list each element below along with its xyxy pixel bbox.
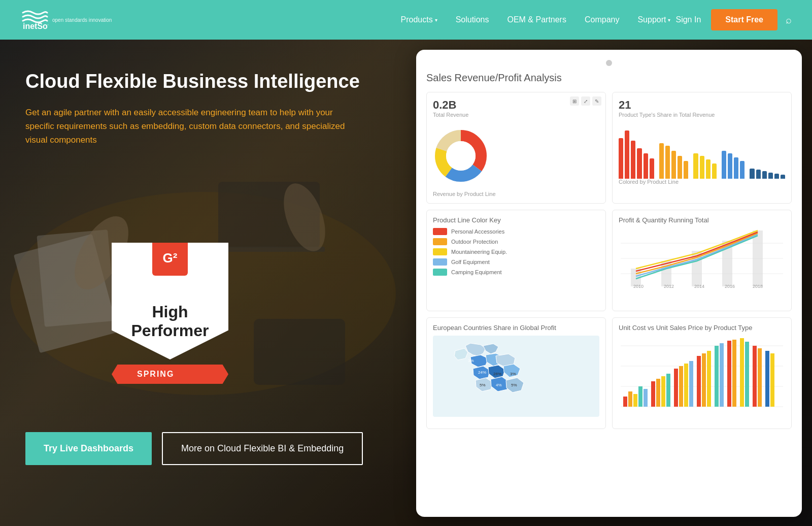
- svg-rect-54: [707, 351, 711, 407]
- color-key-item: Mountaineering Equip.: [433, 248, 599, 255]
- try-live-dashboards-button[interactable]: Try Live Dashboards: [25, 432, 152, 465]
- revenue-donut-card: ⊞ ⤢ ✎ 0.2B Total Revenue: [426, 92, 606, 204]
- svg-text:4%: 4%: [496, 383, 502, 387]
- svg-rect-50: [684, 364, 688, 407]
- unit-cost-title: Unit Cost vs Unit Sales Price by Product…: [619, 324, 785, 332]
- search-icon[interactable]: ⌕: [786, 14, 792, 26]
- svg-rect-22: [753, 231, 763, 286]
- column-chart-area: [619, 336, 785, 417]
- svg-text:3%: 3%: [510, 372, 516, 376]
- hero-buttons: Try Live Dashboards More on Cloud Flexib…: [25, 432, 363, 465]
- svg-rect-6: [254, 319, 345, 385]
- europe-map-area: 26% 24% 5% 4% 3% 5% 3%: [433, 336, 599, 417]
- middle-charts-row: Product Line Color Key Personal Accessor…: [426, 210, 792, 311]
- dashboard-panel: Sales Revenue/Profit Analysis ⊞ ⤢ ✎ 0.2B…: [416, 50, 802, 517]
- color-key-title: Product Line Color Key: [433, 216, 599, 224]
- top-charts-row: ⊞ ⤢ ✎ 0.2B Total Revenue: [426, 92, 792, 204]
- expand-icon[interactable]: ⊞: [570, 96, 579, 106]
- svg-text:inetSoft: inetSoft: [23, 22, 48, 30]
- product-share-card: 21 Product Type's Share in Total Revenue: [612, 92, 792, 204]
- color-key-card: Product Line Color Key Personal Accessor…: [426, 210, 606, 311]
- badge-high-text: High: [152, 303, 188, 321]
- color-swatch: [433, 248, 447, 255]
- nav-oem-partners[interactable]: OEM & Partners: [507, 15, 566, 24]
- europe-map-svg: 26% 24% 5% 4% 3% 5% 3%: [433, 336, 599, 417]
- bottom-charts-row: European Countries Share in Global Profi…: [426, 317, 792, 429]
- logo-tagline: open standards innovation: [52, 17, 112, 23]
- svg-rect-47: [666, 374, 670, 407]
- line-chart-area: 2010 2012 2014 2016 2018: [619, 228, 785, 289]
- svg-text:26%: 26%: [493, 372, 501, 376]
- svg-text:2018: 2018: [753, 284, 763, 289]
- svg-point-14: [446, 141, 476, 171]
- dashboard-title: Sales Revenue/Profit Analysis: [426, 72, 792, 84]
- total-revenue-label: Total Revenue: [433, 112, 599, 118]
- color-key-list: Personal Accessories Outdoor Protection …: [433, 228, 599, 276]
- svg-text:2010: 2010: [633, 284, 644, 289]
- color-key-item: Personal Accessories: [433, 228, 599, 235]
- running-total-title: Profit & Quantity Running Total: [619, 216, 785, 224]
- edit-icon[interactable]: ✎: [592, 96, 601, 106]
- svg-rect-59: [740, 338, 744, 407]
- main-nav: Products ▾ Solutions OEM & Partners Comp…: [401, 15, 671, 24]
- sign-in-link[interactable]: Sign In: [675, 15, 701, 24]
- logo-area: inetSoft open standards innovation: [20, 9, 112, 31]
- chevron-down-icon: ▾: [435, 17, 437, 23]
- bar-chart-mini: [619, 128, 785, 179]
- svg-rect-39: [623, 397, 627, 407]
- svg-rect-58: [732, 340, 736, 407]
- color-key-label: Golf Equipment: [451, 259, 490, 265]
- color-swatch: [433, 258, 447, 266]
- nav-support[interactable]: Support ▾: [637, 15, 670, 24]
- europe-map-title: European Countries Share in Global Profi…: [433, 324, 599, 332]
- svg-text:2012: 2012: [664, 284, 674, 289]
- svg-rect-55: [715, 346, 719, 407]
- logo-text: open standards innovation: [52, 17, 112, 23]
- hero-section: Cloud Flexible Business Intelligence Get…: [0, 40, 812, 526]
- running-total-card: Profit & Quantity Running Total: [612, 210, 792, 311]
- svg-rect-43: [644, 389, 648, 407]
- hero-title: Cloud Flexible Business Intelligence: [25, 70, 370, 93]
- g2-badge-container: G² High Performer SPRING: [112, 243, 228, 380]
- svg-rect-48: [674, 369, 678, 407]
- svg-text:2016: 2016: [725, 284, 735, 289]
- svg-rect-60: [745, 342, 749, 407]
- color-swatch: [433, 269, 447, 276]
- fullscreen-icon[interactable]: ⤢: [581, 96, 590, 106]
- svg-rect-62: [758, 348, 762, 407]
- svg-text:2014: 2014: [694, 284, 704, 289]
- nav-solutions[interactable]: Solutions: [456, 15, 489, 24]
- svg-text:24%: 24%: [478, 370, 486, 375]
- nav-company[interactable]: Company: [585, 15, 619, 24]
- chart-toolbar: ⊞ ⤢ ✎: [570, 96, 601, 106]
- unit-cost-card: Unit Cost vs Unit Sales Price by Product…: [612, 317, 792, 429]
- svg-rect-56: [720, 343, 724, 407]
- svg-text:5%: 5%: [511, 383, 517, 387]
- color-key-label: Personal Accessories: [451, 228, 504, 235]
- inetsoft-logo-icon: inetSoft: [20, 9, 48, 31]
- color-swatch: [433, 228, 447, 235]
- color-key-item: Golf Equipment: [433, 258, 599, 266]
- g2-logo: G²: [152, 240, 188, 276]
- product-share-label: Product Type's Share in Total Revenue: [619, 112, 715, 118]
- svg-text:5%: 5%: [480, 383, 486, 387]
- panel-camera: [606, 60, 612, 66]
- svg-rect-51: [689, 361, 693, 407]
- badge-season: SPRING: [112, 365, 228, 384]
- hero-content: Cloud Flexible Business Intelligence Get…: [0, 40, 396, 147]
- donut-chart-svg: [433, 128, 489, 184]
- svg-rect-42: [638, 386, 642, 407]
- svg-rect-41: [633, 394, 637, 407]
- revenue-chart-subtitle: Revenue by Product Line: [433, 191, 599, 197]
- color-key-label: Camping Equipment: [451, 269, 502, 275]
- column-chart-svg: [619, 336, 785, 417]
- start-free-button[interactable]: Start Free: [711, 9, 777, 30]
- svg-rect-57: [727, 341, 731, 407]
- svg-rect-61: [753, 346, 757, 407]
- color-key-label: Mountaineering Equip.: [451, 249, 507, 255]
- nav-products[interactable]: Products ▾: [401, 15, 437, 24]
- more-info-button[interactable]: More on Cloud Flexible BI & Embedding: [162, 432, 363, 465]
- svg-rect-63: [765, 351, 769, 407]
- color-key-label: Outdoor Protection: [451, 239, 498, 245]
- bar-chart-subtitle: Colored by Product Line: [619, 179, 785, 185]
